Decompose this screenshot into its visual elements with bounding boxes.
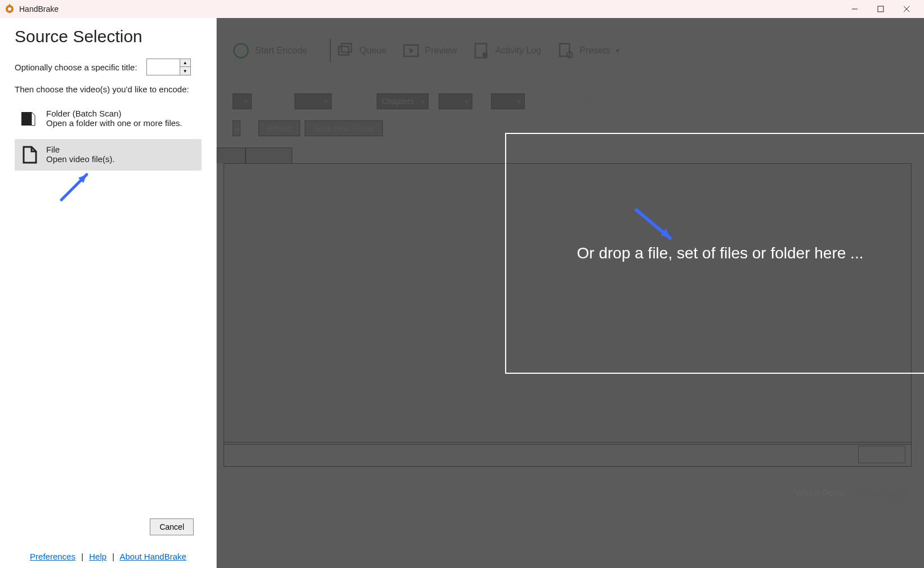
file-desc: Open video file(s).: [46, 154, 115, 164]
svg-point-1: [8, 7, 11, 11]
source-heading: Source Selection: [15, 27, 202, 46]
file-option[interactable]: File Open video file(s).: [15, 139, 202, 171]
handbrake-icon: [5, 4, 15, 14]
main-panel: Start Encode Queue Preview Activity Log …: [217, 18, 924, 568]
source-selection-panel: Source Selection Optionally choose a spe…: [0, 18, 217, 568]
close-button[interactable]: [894, 0, 919, 18]
footer-links: Preferences | Help | About HandBrake: [0, 552, 216, 561]
minimize-button[interactable]: [842, 0, 868, 18]
cancel-button[interactable]: Cancel: [150, 518, 194, 535]
help-link[interactable]: Help: [89, 552, 106, 561]
maximize-button[interactable]: [868, 0, 894, 18]
preferences-link[interactable]: Preferences: [30, 552, 75, 561]
title-label: Optionally choose a specific title:: [15, 62, 137, 72]
drop-text: Or drop a file, set of files or folder h…: [577, 244, 864, 262]
spin-down-button[interactable]: ▼: [180, 67, 190, 75]
folder-option[interactable]: Folder (Batch Scan) Open a folder with o…: [15, 103, 202, 135]
instruction-text: Then choose the video(s) you'd like to e…: [15, 84, 202, 94]
file-icon: [19, 145, 39, 165]
drop-zone[interactable]: Or drop a file, set of files or folder h…: [505, 133, 924, 374]
about-link[interactable]: About HandBrake: [119, 552, 186, 561]
folder-title: Folder (Batch Scan): [46, 109, 182, 118]
folder-desc: Open a folder with one or more files.: [46, 118, 182, 128]
title-input[interactable]: [147, 59, 180, 75]
svg-rect-2: [9, 4, 10, 7]
titlebar: HandBrake: [0, 0, 924, 18]
file-title: File: [46, 145, 115, 154]
window-controls: [842, 0, 919, 18]
title-spinbox[interactable]: ▲ ▼: [146, 59, 191, 75]
folder-icon: [19, 109, 39, 129]
svg-rect-7: [21, 112, 32, 126]
annotation-arrow-icon: [59, 169, 92, 203]
svg-rect-4: [878, 6, 883, 12]
spin-up-button[interactable]: ▲: [180, 59, 190, 67]
window-title: HandBrake: [19, 5, 59, 14]
